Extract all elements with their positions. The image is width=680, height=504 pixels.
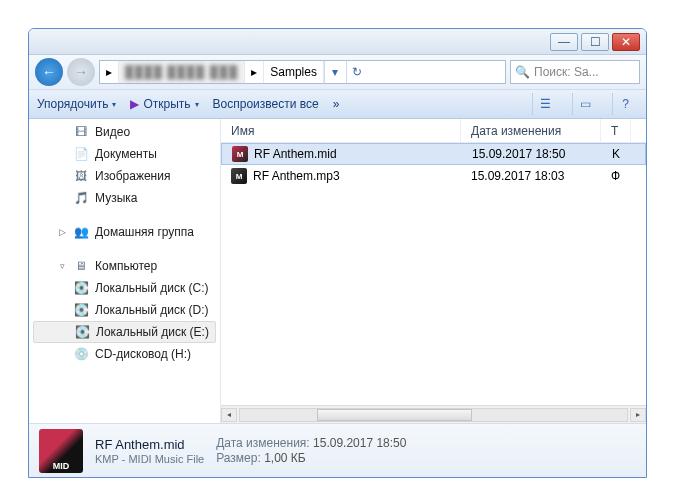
- sidebar-item-drive-e[interactable]: 💽Локальный диск (E:): [33, 321, 216, 343]
- search-icon: 🔍: [515, 65, 530, 79]
- scroll-right-button[interactable]: ▸: [630, 408, 646, 422]
- preview-pane-button[interactable]: ▭: [572, 93, 598, 115]
- view-button[interactable]: ☰: [532, 93, 558, 115]
- details-size: 1,00 КБ: [264, 451, 306, 465]
- mp3-file-icon: M: [231, 168, 247, 184]
- details-size-label: Размер:: [216, 451, 261, 465]
- address-bar[interactable]: ▸ ████ ████ ███ ▸ Samples ▾ ↻: [99, 60, 506, 84]
- sidebar-item-homegroup[interactable]: ▷👥Домашняя группа: [29, 221, 220, 243]
- expand-icon[interactable]: ▷: [57, 227, 67, 237]
- sidebar-item-images[interactable]: 🖼Изображения: [29, 165, 220, 187]
- column-date[interactable]: Дата изменения: [461, 119, 601, 142]
- file-type: K: [602, 147, 632, 161]
- explorer-window: — ☐ ✕ ← → ▸ ████ ████ ███ ▸ Samples ▾ ↻ …: [28, 28, 647, 478]
- horizontal-scrollbar[interactable]: ◂ ▸: [221, 405, 646, 423]
- titlebar: — ☐ ✕: [29, 29, 646, 55]
- file-date: 15.09.2017 18:03: [461, 169, 601, 183]
- images-icon: 🖼: [73, 168, 89, 184]
- file-row[interactable]: MRF Anthem.mp3 15.09.2017 18:03 Ф: [221, 165, 646, 187]
- more-button[interactable]: »: [333, 97, 340, 111]
- drive-icon: 💽: [73, 280, 89, 296]
- video-icon: 🎞: [73, 124, 89, 140]
- nav-row: ← → ▸ ████ ████ ███ ▸ Samples ▾ ↻ 🔍 Поис…: [29, 55, 646, 89]
- close-button[interactable]: ✕: [612, 33, 640, 51]
- drive-icon: 💽: [74, 324, 90, 340]
- sidebar-item-computer[interactable]: ▿🖥Компьютер: [29, 255, 220, 277]
- forward-button[interactable]: →: [67, 58, 95, 86]
- minimize-button[interactable]: —: [550, 33, 578, 51]
- body: 🎞Видео 📄Документы 🖼Изображения 🎵Музыка ▷…: [29, 119, 646, 423]
- breadcrumb-drop[interactable]: ▾: [324, 61, 346, 83]
- sidebar-item-drive-d[interactable]: 💽Локальный диск (D:): [29, 299, 220, 321]
- homegroup-icon: 👥: [73, 224, 89, 240]
- search-placeholder: Поиск: Sa...: [534, 65, 599, 79]
- maximize-button[interactable]: ☐: [581, 33, 609, 51]
- scroll-track[interactable]: [239, 408, 628, 422]
- breadcrumb-root[interactable]: ▸: [100, 61, 119, 83]
- toolbar: Упорядочить▾ ▶ Открыть▾ Воспроизвести вс…: [29, 89, 646, 119]
- file-row[interactable]: MRF Anthem.mid 15.09.2017 18:50 K: [221, 143, 646, 165]
- details-date-label: Дата изменения:: [216, 436, 310, 450]
- column-name[interactable]: Имя: [221, 119, 461, 142]
- sidebar-item-documents[interactable]: 📄Документы: [29, 143, 220, 165]
- open-button[interactable]: ▶ Открыть▾: [130, 97, 198, 111]
- sidebar-item-music[interactable]: 🎵Музыка: [29, 187, 220, 209]
- scroll-thumb[interactable]: [317, 409, 472, 421]
- file-preview-icon: MID: [39, 429, 83, 473]
- sidebar: 🎞Видео 📄Документы 🖼Изображения 🎵Музыка ▷…: [29, 119, 221, 423]
- play-icon: ▶: [130, 97, 139, 111]
- details-filename: RF Anthem.mid: [95, 437, 204, 452]
- sidebar-item-video[interactable]: 🎞Видео: [29, 121, 220, 143]
- column-headers: Имя Дата изменения Т: [221, 119, 646, 143]
- drive-icon: 💽: [73, 302, 89, 318]
- scroll-left-button[interactable]: ◂: [221, 408, 237, 422]
- file-date: 15.09.2017 18:50: [462, 147, 602, 161]
- file-name: RF Anthem.mid: [254, 147, 337, 161]
- cd-icon: 💿: [73, 346, 89, 362]
- organize-button[interactable]: Упорядочить▾: [37, 97, 116, 111]
- details-date: 15.09.2017 18:50: [313, 436, 406, 450]
- breadcrumb-folder[interactable]: Samples: [264, 61, 324, 83]
- refresh-button[interactable]: ↻: [346, 61, 368, 83]
- documents-icon: 📄: [73, 146, 89, 162]
- file-name: RF Anthem.mp3: [253, 169, 340, 183]
- help-button[interactable]: ?: [612, 93, 638, 115]
- breadcrumb-hidden[interactable]: ████ ████ ███: [119, 61, 245, 83]
- column-type[interactable]: Т: [601, 119, 631, 142]
- mid-file-icon: M: [232, 146, 248, 162]
- computer-icon: 🖥: [73, 258, 89, 274]
- file-area: Имя Дата изменения Т MRF Anthem.mid 15.0…: [221, 119, 646, 423]
- details-pane: MID RF Anthem.mid KMP - MIDI Music File …: [29, 423, 646, 477]
- music-icon: 🎵: [73, 190, 89, 206]
- sidebar-item-cd[interactable]: 💿CD-дисковод (H:): [29, 343, 220, 365]
- search-input[interactable]: 🔍 Поиск: Sa...: [510, 60, 640, 84]
- details-filetype: KMP - MIDI Music File: [95, 453, 204, 465]
- collapse-icon[interactable]: ▿: [57, 261, 67, 271]
- breadcrumb-sep[interactable]: ▸: [245, 61, 264, 83]
- sidebar-item-drive-c[interactable]: 💽Локальный диск (C:): [29, 277, 220, 299]
- play-all-button[interactable]: Воспроизвести все: [213, 97, 319, 111]
- file-type: Ф: [601, 169, 631, 183]
- back-button[interactable]: ←: [35, 58, 63, 86]
